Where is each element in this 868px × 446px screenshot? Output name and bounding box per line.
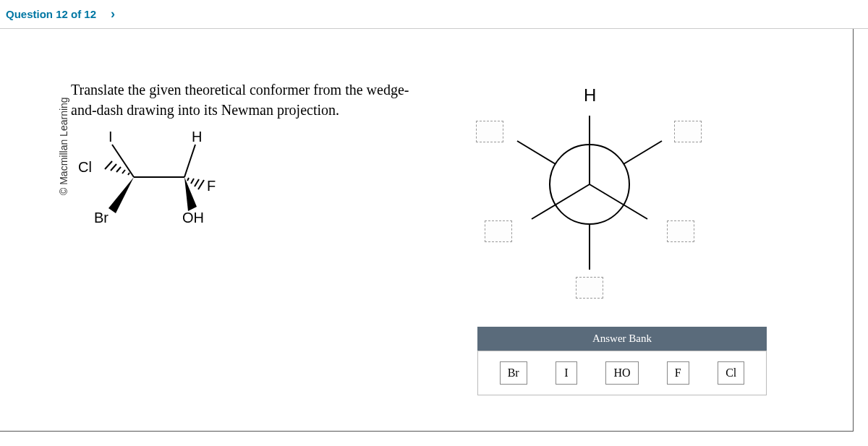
answer-bank: Answer Bank Br I HO F Cl [477,327,767,395]
question-number: Question 12 of 12 [6,8,96,20]
newman-projection: H [463,76,716,307]
newman-label-top: H [584,85,596,105]
wedge-dash-drawing: I Cl Br H F OH [72,130,260,231]
next-question-icon[interactable]: › [111,7,115,22]
svg-line-2 [128,173,129,175]
svg-line-9 [187,178,189,181]
svg-line-8 [184,145,195,177]
question-prompt: Translate the given theoretical conforme… [71,80,411,120]
wedge-label-F: F [207,178,216,194]
svg-marker-13 [184,177,197,211]
svg-line-5 [111,164,116,171]
svg-line-11 [195,179,199,186]
svg-line-17 [590,184,647,219]
dropzone-front-left[interactable] [485,220,512,242]
dropzone-back-bottom[interactable] [576,277,603,299]
answer-bank-body: Br I HO F Cl [477,351,767,395]
svg-line-19 [624,141,662,164]
wedge-label-Cl: Cl [78,159,92,175]
svg-marker-7 [109,177,134,213]
copyright-label: © Macmillan Learning [58,97,69,195]
wedge-label-Br: Br [94,210,109,226]
svg-line-3 [122,170,125,173]
question-header: Question 12 of 12 › [0,0,868,29]
svg-line-6 [105,161,112,169]
svg-line-16 [532,184,590,219]
dropzone-back-right[interactable] [674,121,702,142]
wedge-label-OH: OH [182,210,204,226]
dropzone-front-right[interactable] [667,220,694,242]
wedge-label-I: I [109,130,113,145]
answer-bank-title: Answer Bank [477,327,767,351]
svg-line-18 [517,141,556,164]
wedge-label-H: H [192,130,202,145]
bank-item-cl[interactable]: Cl [718,361,744,385]
svg-line-12 [198,180,204,189]
main-panel: © Macmillan Learning Translate the given… [0,29,854,432]
bank-item-ho[interactable]: HO [605,361,638,385]
bank-item-br[interactable]: Br [500,361,527,385]
bank-item-i[interactable]: I [556,361,577,385]
svg-line-10 [191,179,194,184]
svg-line-4 [116,167,121,172]
dropzone-back-left[interactable] [476,121,503,142]
bank-item-f[interactable]: F [667,361,689,385]
